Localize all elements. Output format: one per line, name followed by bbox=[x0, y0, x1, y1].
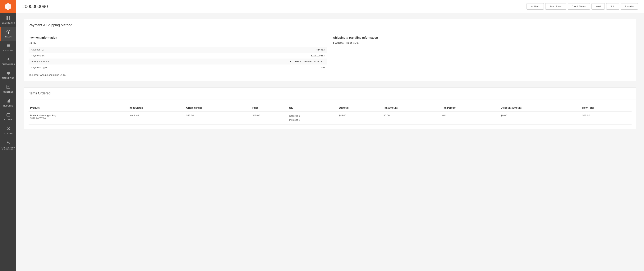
payment-shipping-body: Payment Information LiqPay Acquirer ID: … bbox=[24, 31, 636, 81]
sidebar-item-label: CONTENT bbox=[4, 91, 14, 93]
payment-type-label: Payment Type: bbox=[28, 65, 140, 70]
col-product: Product bbox=[28, 104, 128, 112]
payment-info-title: Payment Information bbox=[28, 36, 327, 39]
col-price: Price bbox=[251, 104, 288, 112]
catalog-icon bbox=[6, 43, 10, 49]
content-icon bbox=[6, 85, 10, 90]
items-table-body: Push It Messenger Bag SKU: 24-WB04 Invoi… bbox=[28, 112, 632, 125]
hold-button[interactable]: Hold bbox=[592, 3, 605, 10]
table-row: Push It Messenger Bag SKU: 24-WB04 Invoi… bbox=[28, 112, 632, 125]
header-actions: ← Back Send Email Credit Memo Hold Ship … bbox=[526, 3, 638, 10]
payment-info-block: Payment Information LiqPay Acquirer ID: … bbox=[28, 36, 327, 76]
sidebar-item-label: FIND PARTNERS & EXTENSIONS bbox=[1, 146, 15, 150]
items-ordered-header: Items Ordered bbox=[24, 88, 636, 99]
subtotal-cell: $45.00 bbox=[337, 112, 382, 125]
order-currency-note: The order was placed using USD. bbox=[28, 74, 327, 76]
sidebar-item-reports[interactable]: REPORTS bbox=[0, 96, 16, 110]
table-row: LiqPay Order ID: K0JHRLX7156696514127790… bbox=[28, 59, 327, 65]
col-item-status: Item Status bbox=[128, 104, 185, 112]
credit-memo-button[interactable]: Credit Memo bbox=[568, 3, 590, 10]
sidebar-item-stores[interactable]: STORES bbox=[0, 110, 16, 124]
stores-icon bbox=[6, 112, 10, 118]
sidebar-item-content[interactable]: CONTENT bbox=[0, 82, 16, 96]
shipping-method-name: Flat Rate - Fixed bbox=[333, 42, 353, 44]
ship-button[interactable]: Ship bbox=[606, 3, 619, 10]
svg-rect-12 bbox=[8, 87, 10, 87]
sidebar-item-catalog[interactable]: CATALOG bbox=[0, 41, 16, 55]
dashboard-icon bbox=[6, 16, 10, 21]
sidebar-item-dashboard[interactable]: DASHBOARD bbox=[0, 13, 16, 27]
shipping-amount: $5.00 bbox=[353, 42, 360, 44]
items-ordered-section: Items Ordered Product Item Status Origin… bbox=[24, 87, 636, 129]
items-table-head: Product Item Status Original Price Price… bbox=[28, 104, 632, 112]
reorder-button[interactable]: Reorder bbox=[621, 3, 638, 10]
acquirer-id-label: Acquirer ID: bbox=[28, 47, 140, 53]
marketing-icon bbox=[6, 71, 10, 76]
qty-invoiced: Invoiced 1 bbox=[289, 118, 336, 122]
svg-rect-14 bbox=[7, 101, 8, 103]
svg-rect-8 bbox=[7, 47, 10, 47]
sidebar-item-sales[interactable]: $ SALES bbox=[0, 27, 16, 41]
shipping-info-block: Shipping & Handling Information Flat Rat… bbox=[333, 36, 632, 76]
sales-icon: $ bbox=[6, 30, 10, 35]
col-qty: Qty bbox=[288, 104, 337, 112]
qty-cell: Ordered 1 Invoiced 1 bbox=[288, 112, 337, 125]
liqpay-order-id-value: K0JHRLX71566965141277901 bbox=[140, 59, 327, 65]
item-status-cell: Invoiced bbox=[128, 112, 185, 125]
svg-rect-15 bbox=[8, 100, 9, 103]
svg-rect-11 bbox=[8, 86, 10, 87]
sidebar-item-label: CUSTOMERS bbox=[2, 63, 15, 66]
sidebar-item-find-partners[interactable]: FIND PARTNERS & EXTENSIONS bbox=[0, 137, 16, 153]
tax-amount-cell: $0.00 bbox=[382, 112, 441, 125]
price-cell: $45.00 bbox=[251, 112, 288, 125]
payment-shipping-section: Payment & Shipping Method Payment Inform… bbox=[24, 19, 636, 81]
table-row: Payment Type: card bbox=[28, 65, 327, 70]
table-row: Payment ID: 1105100483 bbox=[28, 53, 327, 59]
items-ordered-body: Product Item Status Original Price Price… bbox=[24, 99, 636, 129]
svg-rect-2 bbox=[6, 18, 8, 20]
col-row-total: Row Total bbox=[581, 104, 632, 112]
original-price-cell: $45.00 bbox=[185, 112, 251, 125]
sidebar-item-label: CATALOG bbox=[4, 50, 13, 52]
svg-rect-7 bbox=[7, 45, 10, 46]
liqpay-order-id-label: LiqPay Order ID: bbox=[28, 59, 140, 65]
col-tax-percent: Tax Percent bbox=[441, 104, 499, 112]
page-title: #000000090 bbox=[22, 4, 48, 9]
back-button[interactable]: ← Back bbox=[526, 3, 544, 10]
svg-rect-13 bbox=[8, 88, 8, 88]
product-cell: Push It Messenger Bag SKU: 24-WB04 bbox=[28, 112, 128, 125]
sidebar-item-label: SALES bbox=[5, 36, 12, 38]
sidebar-item-system[interactable]: SYSTEM bbox=[0, 124, 16, 137]
tax-percent-cell: 0% bbox=[441, 112, 499, 125]
col-original-price: Original Price bbox=[185, 104, 251, 112]
payment-shipping-header: Payment & Shipping Method bbox=[24, 19, 636, 31]
svg-rect-6 bbox=[7, 44, 10, 45]
sidebar-logo[interactable] bbox=[0, 0, 16, 13]
sidebar-item-label: SYSTEM bbox=[4, 132, 12, 135]
payment-shipping-title: Payment & Shipping Method bbox=[28, 23, 632, 27]
svg-rect-16 bbox=[10, 99, 10, 103]
payment-type-value: card bbox=[140, 65, 327, 70]
svg-text:$: $ bbox=[8, 31, 9, 33]
qty-ordered: Ordered 1 bbox=[289, 114, 336, 118]
items-ordered-table: Product Item Status Original Price Price… bbox=[28, 104, 632, 125]
sidebar-item-label: REPORTS bbox=[4, 105, 14, 107]
items-table-header-row: Product Item Status Original Price Price… bbox=[28, 104, 632, 112]
product-sku: SKU: 24-WB04 bbox=[30, 117, 126, 120]
svg-rect-1 bbox=[8, 16, 10, 18]
svg-point-9 bbox=[8, 58, 9, 59]
sidebar: DASHBOARD $ SALES CATALOG CUSTOMERS MARK… bbox=[0, 0, 16, 271]
sidebar-item-marketing[interactable]: MARKETING bbox=[0, 68, 16, 82]
svg-rect-3 bbox=[8, 18, 10, 20]
discount-amount-cell: $0.00 bbox=[499, 112, 581, 125]
shipping-info-title: Shipping & Handling Information bbox=[333, 36, 632, 39]
svg-rect-17 bbox=[7, 114, 10, 116]
find-partners-icon bbox=[6, 140, 10, 145]
sidebar-item-customers[interactable]: CUSTOMERS bbox=[0, 55, 16, 68]
svg-rect-0 bbox=[6, 16, 8, 18]
send-email-button[interactable]: Send Email bbox=[545, 3, 566, 10]
col-subtotal: Subtotal bbox=[337, 104, 382, 112]
payment-id-label: Payment ID: bbox=[28, 53, 140, 59]
items-ordered-title: Items Ordered bbox=[28, 91, 632, 95]
back-arrow-icon: ← bbox=[530, 5, 533, 8]
